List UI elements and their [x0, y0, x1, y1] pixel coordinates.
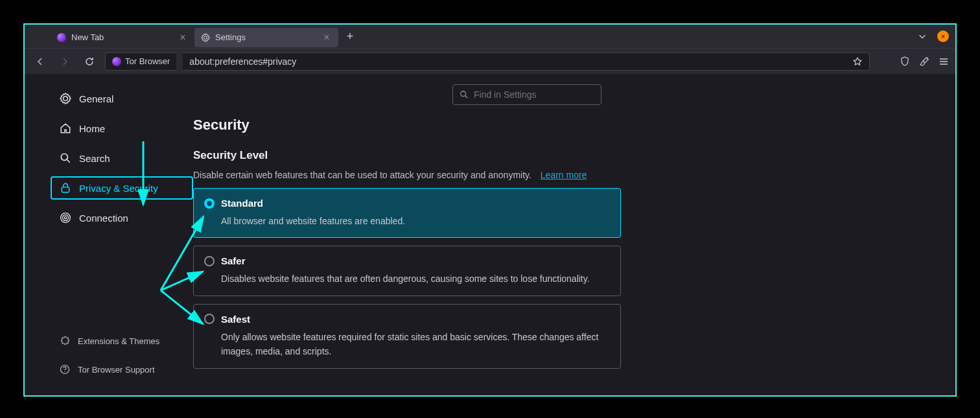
identity-label: Tor Browser	[125, 56, 170, 66]
bookmark-star-icon[interactable]	[852, 56, 863, 67]
sidebar-item-general[interactable]: General	[51, 87, 193, 110]
gear-icon	[60, 93, 71, 104]
hamburger-menu-icon[interactable]	[939, 56, 949, 67]
option-description: All browser and website features are ena…	[221, 214, 610, 228]
sidebar-item-connection[interactable]: Connection	[51, 206, 193, 229]
tor-logo-icon	[57, 33, 66, 42]
search-icon	[460, 90, 469, 99]
option-title: Safer	[221, 255, 246, 266]
svg-rect-1	[62, 187, 69, 192]
security-option-safer[interactable]: Safer Disables website features that are…	[193, 246, 621, 296]
broom-icon[interactable]	[919, 56, 929, 67]
puzzle-icon	[60, 336, 70, 346]
new-tab-button[interactable]: +	[341, 27, 359, 45]
radio-icon	[204, 198, 215, 209]
shield-icon[interactable]	[900, 56, 910, 67]
sidebar-item-label: Extensions & Themes	[78, 336, 159, 346]
tab-label: New Tab	[71, 32, 104, 42]
home-icon	[60, 122, 71, 134]
identity-box[interactable]: Tor Browser	[105, 52, 176, 71]
tab-bar: New Tab × Settings × + ×	[25, 25, 955, 48]
svg-point-4	[64, 216, 66, 218]
sidebar-item-extensions[interactable]: Extensions & Themes	[51, 329, 193, 353]
settings-search[interactable]	[452, 84, 601, 105]
settings-main: Security Security Level Disable certain …	[193, 74, 955, 395]
option-title: Standard	[221, 198, 263, 209]
sidebar-item-support[interactable]: Tor Browser Support	[51, 358, 193, 381]
close-window-button[interactable]: ×	[937, 30, 949, 42]
chevron-down-icon[interactable]	[918, 32, 927, 41]
onion-icon	[60, 212, 71, 224]
reload-button[interactable]	[80, 52, 99, 71]
section-title: Security Level	[193, 149, 621, 162]
option-description: Only allows website features required fo…	[221, 330, 610, 359]
browser-window: New Tab × Settings × + × Tor Browser a	[23, 23, 957, 397]
sidebar-item-home[interactable]: Home	[51, 117, 193, 140]
url-bar[interactable]: about:preferences#privacy	[183, 52, 870, 71]
tor-logo-icon	[112, 57, 121, 66]
svg-point-7	[461, 91, 466, 97]
tab-settings[interactable]: Settings ×	[194, 28, 338, 47]
radio-icon	[204, 256, 215, 266]
settings-search-input[interactable]	[474, 89, 594, 100]
radio-icon	[204, 314, 215, 324]
tab-label: Settings	[215, 32, 246, 42]
learn-more-link[interactable]: Learn more	[541, 170, 587, 180]
sidebar-item-label: Privacy & Security	[79, 183, 158, 194]
sidebar-item-privacy-security[interactable]: Privacy & Security	[51, 176, 193, 200]
close-icon[interactable]: ×	[321, 32, 332, 43]
security-option-safest[interactable]: Safest Only allows website features requ…	[193, 304, 621, 369]
sidebar-item-search[interactable]: Search	[51, 146, 193, 170]
sidebar-item-label: General	[79, 93, 113, 104]
sidebar-item-label: Search	[79, 153, 110, 164]
search-icon	[60, 152, 71, 164]
url-text: about:preferences#privacy	[189, 56, 296, 67]
security-option-standard[interactable]: Standard All browser and website feature…	[193, 188, 621, 238]
back-button[interactable]	[31, 52, 49, 71]
page-title: Security	[193, 117, 621, 134]
settings-sidebar: General Home Search Privacy & Security C…	[25, 74, 193, 395]
settings-content: General Home Search Privacy & Security C…	[25, 74, 955, 395]
svg-point-0	[61, 154, 67, 160]
gear-icon	[201, 33, 210, 42]
section-description: Disable certain web features that can be…	[193, 170, 621, 180]
sidebar-item-label: Home	[79, 123, 105, 134]
tab-new-tab[interactable]: New Tab ×	[51, 28, 194, 47]
forward-button	[56, 52, 74, 71]
sidebar-item-label: Tor Browser Support	[78, 365, 155, 375]
close-icon[interactable]: ×	[178, 32, 188, 43]
question-icon	[60, 364, 70, 375]
svg-point-3	[63, 215, 69, 221]
option-description: Disables website features that are often…	[221, 272, 610, 286]
nav-toolbar: Tor Browser about:preferences#privacy	[25, 48, 955, 74]
sidebar-item-label: Connection	[79, 213, 128, 224]
lock-icon	[60, 182, 71, 194]
svg-point-6	[64, 371, 65, 372]
option-title: Safest	[221, 314, 250, 325]
